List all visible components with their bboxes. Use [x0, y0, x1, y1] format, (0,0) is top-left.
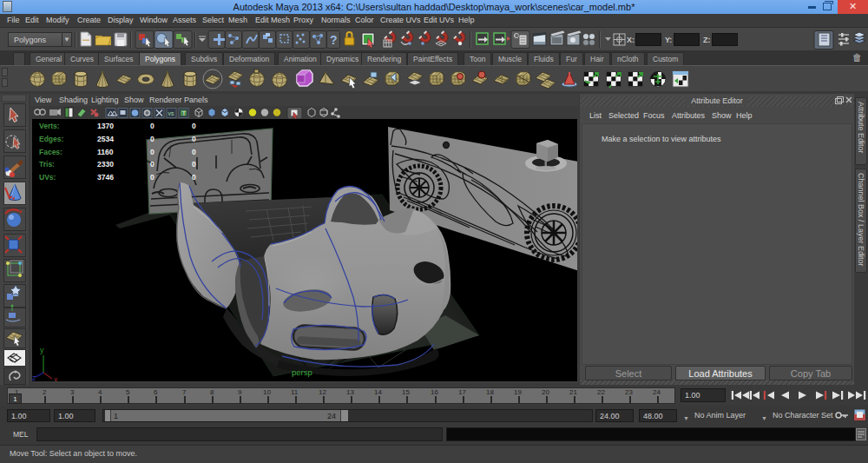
svg-text:2534: 2534	[97, 135, 114, 143]
svg-text:24: 24	[653, 388, 661, 396]
svg-text:11: 11	[291, 388, 299, 396]
svg-text:y: y	[40, 346, 44, 354]
svg-text:0: 0	[192, 160, 196, 169]
svg-text:persp: persp	[292, 367, 312, 377]
svg-text:20: 20	[542, 388, 549, 396]
svg-text:0: 0	[150, 173, 155, 182]
svg-text:0: 0	[192, 148, 196, 156]
svg-text:1370: 1370	[97, 122, 114, 130]
svg-text:0: 0	[150, 148, 155, 156]
svg-text:9: 9	[238, 388, 242, 396]
svg-text:21: 21	[569, 388, 577, 396]
svg-text:1160: 1160	[97, 148, 114, 156]
svg-text:5: 5	[126, 388, 130, 396]
svg-text:?: ?	[330, 33, 338, 47]
svg-text:0: 0	[192, 135, 196, 143]
svg-text:22: 22	[597, 388, 605, 396]
svg-text:0: 0	[150, 160, 155, 169]
svg-text:0: 0	[192, 173, 196, 182]
svg-text:Edges:: Edges:	[39, 135, 64, 143]
svg-text:12: 12	[319, 388, 326, 396]
svg-text:3: 3	[70, 388, 75, 396]
svg-text:0: 0	[192, 122, 196, 130]
svg-text:17: 17	[458, 388, 466, 396]
svg-text:0: 0	[150, 122, 155, 130]
svg-text:z: z	[32, 374, 36, 381]
svg-text:vs: vs	[168, 110, 175, 116]
svg-text:4: 4	[98, 388, 102, 396]
svg-text:x: x	[54, 375, 58, 381]
svg-text:T: T	[182, 110, 187, 116]
svg-text:2330: 2330	[97, 160, 114, 169]
svg-text:3746: 3746	[97, 173, 114, 182]
svg-text:i: i	[515, 33, 516, 38]
svg-text:13: 13	[346, 388, 354, 396]
svg-text:7: 7	[182, 388, 187, 396]
svg-text:Faces:: Faces:	[39, 148, 62, 156]
svg-text:Verts:: Verts:	[39, 122, 60, 130]
svg-text:16: 16	[431, 388, 438, 396]
svg-text:10: 10	[263, 388, 271, 396]
svg-text:23: 23	[625, 388, 633, 396]
svg-text:18: 18	[486, 388, 494, 396]
svg-text:14: 14	[374, 388, 382, 396]
svg-text:2: 2	[43, 388, 47, 396]
svg-text:Tris:: Tris:	[39, 160, 55, 169]
svg-text:0: 0	[150, 135, 155, 143]
svg-text:8: 8	[210, 388, 214, 396]
svg-text:UVs:: UVs:	[39, 173, 56, 182]
svg-text:15: 15	[402, 388, 410, 396]
svg-text:6: 6	[154, 388, 158, 396]
svg-text:19: 19	[514, 388, 522, 396]
